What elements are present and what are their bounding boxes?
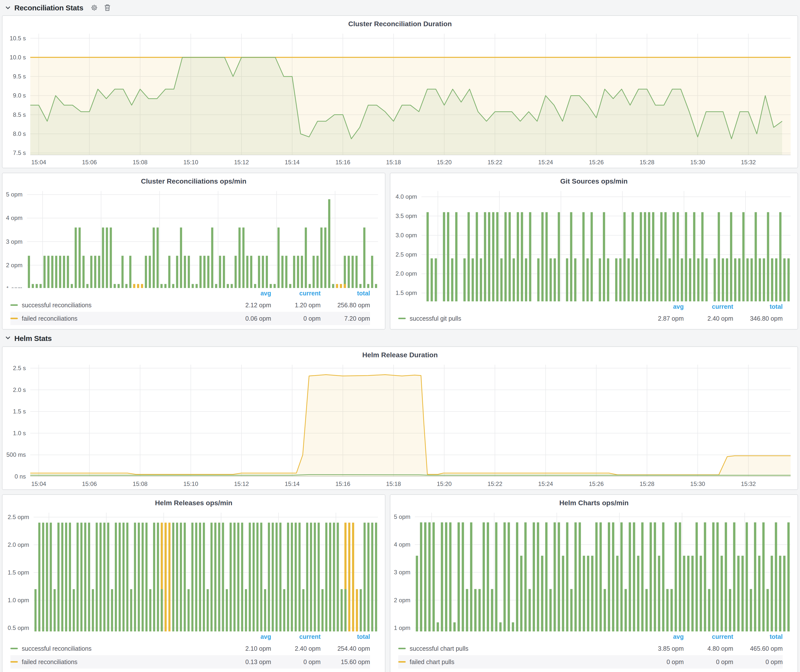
svg-text:5 opm: 5 opm <box>394 514 410 520</box>
legend-item[interactable]: successful reconciliations2.10 opm2.40 o… <box>10 642 370 655</box>
series-label[interactable]: successful reconciliations <box>22 302 91 309</box>
legend-col-current[interactable]: current <box>271 633 321 640</box>
svg-text:9.0 s: 9.0 s <box>13 92 26 99</box>
trash-icon[interactable] <box>104 4 111 11</box>
panel-title[interactable]: Helm Releases ops/min <box>2 495 385 508</box>
svg-text:15:06: 15:06 <box>82 159 97 166</box>
series-label[interactable]: failed reconciliations <box>22 658 77 665</box>
svg-text:15:26: 15:26 <box>589 159 603 166</box>
svg-text:2 opm: 2 opm <box>6 262 22 269</box>
chart-svg: 0 ns500 ms1.0 s1.5 s2.0 s2.5 s15:0415:06… <box>2 360 798 490</box>
svg-text:2.0 opm: 2.0 opm <box>8 541 29 548</box>
svg-text:15:14: 15:14 <box>285 159 299 166</box>
legend-col-total[interactable]: total <box>733 303 783 310</box>
series-label[interactable]: successful chart pulls <box>410 645 469 652</box>
cluster-reconciliations-opm-chart[interactable]: 0 opm1 opm2 opm3 opm4 opm5 opm15:0515:10… <box>2 186 385 288</box>
section-title: Helm Stats <box>14 334 52 342</box>
chart-svg: 0 opm1 opm2 opm3 opm4 opm5 opm15:0515:10… <box>390 508 798 631</box>
gear-icon[interactable] <box>91 4 98 11</box>
panel-title[interactable]: Helm Release Duration <box>2 347 798 360</box>
panel-cluster-reconciliation-duration: Cluster Reconciliation Duration 7.5 s8.0… <box>2 15 798 168</box>
svg-text:3 opm: 3 opm <box>394 569 410 576</box>
svg-text:5 opm: 5 opm <box>6 191 22 198</box>
legend: avgcurrenttotalsuccessful reconciliation… <box>2 631 385 672</box>
legend-col-current[interactable]: current <box>684 303 733 310</box>
helm-charts-opm-chart[interactable]: 0 opm1 opm2 opm3 opm4 opm5 opm15:0515:10… <box>390 508 798 631</box>
series-color-dash <box>10 648 18 649</box>
svg-text:15:24: 15:24 <box>538 159 553 166</box>
legend-col-avg[interactable]: avg <box>634 303 684 310</box>
svg-text:15:18: 15:18 <box>386 480 401 487</box>
panel-helm-releases-opm: Helm Releases ops/min 0 opm0.5 opm1.0 op… <box>2 494 386 672</box>
series-label[interactable]: successful git pulls <box>410 315 461 322</box>
svg-text:15:32: 15:32 <box>741 159 756 166</box>
legend-item[interactable]: successful git pulls2.87 opm2.40 opm346.… <box>398 312 783 325</box>
legend-item[interactable]: failed reconciliations0.13 opm0 opm15.60… <box>10 655 370 669</box>
series-label[interactable]: failed reconciliations <box>22 315 77 322</box>
legend-col-avg[interactable]: avg <box>634 633 684 640</box>
svg-text:4 opm: 4 opm <box>6 214 22 221</box>
svg-text:2.5 opm: 2.5 opm <box>395 251 417 258</box>
legend-col-total[interactable]: total <box>321 290 370 297</box>
legend-item[interactable]: successful chart pulls3.85 opm4.80 opm46… <box>398 642 783 655</box>
svg-text:15:30: 15:30 <box>690 480 705 487</box>
chevron-down-icon <box>5 5 11 11</box>
svg-text:8.5 s: 8.5 s <box>13 111 26 118</box>
svg-text:500 ms: 500 ms <box>6 451 26 458</box>
helm-releases-opm-chart[interactable]: 0 opm0.5 opm1.0 opm1.5 opm2.0 opm2.5 opm… <box>2 508 385 631</box>
svg-text:15:20: 15:20 <box>437 159 452 166</box>
legend-avg: 2.10 opm <box>222 645 271 652</box>
legend-item[interactable]: failed chart pulls0 opm0 opm0 opm <box>398 655 783 669</box>
legend-total: 0 opm <box>733 658 783 665</box>
svg-text:15:10: 15:10 <box>183 480 198 487</box>
svg-text:15:28: 15:28 <box>640 480 654 487</box>
svg-text:15:22: 15:22 <box>488 159 502 166</box>
legend-total: 346.80 opm <box>733 315 783 322</box>
svg-text:1.5 opm: 1.5 opm <box>8 569 29 576</box>
legend-header: avgcurrenttotal <box>10 631 370 642</box>
svg-text:15:04: 15:04 <box>31 480 46 487</box>
svg-text:2.0 opm: 2.0 opm <box>395 270 417 277</box>
legend-current: 0 opm <box>271 658 321 665</box>
helm-release-duration-chart[interactable]: 0 ns500 ms1.0 s1.5 s2.0 s2.5 s15:0415:06… <box>2 360 798 490</box>
legend-item[interactable]: failed reconciliations0.06 opm0 opm7.20 … <box>10 312 370 325</box>
legend: avgcurrenttotalsuccessful chart pulls3.8… <box>390 631 798 672</box>
svg-text:1.5 opm: 1.5 opm <box>395 290 417 296</box>
svg-text:15:08: 15:08 <box>133 480 147 487</box>
legend-current: 1.20 opm <box>271 302 321 309</box>
legend-col-total[interactable]: total <box>321 633 370 640</box>
legend-col-avg[interactable]: avg <box>222 290 271 297</box>
legend-col-current[interactable]: current <box>684 633 733 640</box>
legend-avg: 0.13 opm <box>222 658 271 665</box>
svg-text:1 opm: 1 opm <box>6 285 22 288</box>
legend-col-current[interactable]: current <box>271 290 321 297</box>
legend-avg: 2.87 opm <box>634 315 684 322</box>
legend-item[interactable]: successful reconciliations2.12 opm1.20 o… <box>10 298 370 312</box>
chevron-down-icon <box>5 335 11 341</box>
svg-text:1.0 s: 1.0 s <box>13 430 26 437</box>
legend: avgcurrenttotalsuccessful reconciliation… <box>2 288 385 329</box>
row-header-reconciliation-stats[interactable]: Reconciliation Stats <box>0 0 800 15</box>
git-sources-opm-chart[interactable]: 1.0 opm1.5 opm2.0 opm2.5 opm3.0 opm3.5 o… <box>390 186 798 301</box>
legend-col-avg[interactable]: avg <box>222 633 271 640</box>
legend-col-total[interactable]: total <box>733 633 783 640</box>
row-header-helm-stats[interactable]: Helm Stats <box>0 330 800 346</box>
legend-header: avgcurrenttotal <box>10 288 370 298</box>
panel-title[interactable]: Helm Charts ops/min <box>390 495 798 508</box>
svg-text:15:28: 15:28 <box>640 159 654 166</box>
svg-text:15:12: 15:12 <box>234 480 249 487</box>
svg-text:15:16: 15:16 <box>336 480 350 487</box>
series-label[interactable]: failed chart pulls <box>410 658 454 665</box>
svg-text:15:16: 15:16 <box>336 159 350 166</box>
panel-title[interactable]: Cluster Reconciliation Duration <box>2 16 798 29</box>
svg-text:15:22: 15:22 <box>488 480 502 487</box>
legend-current: 0 opm <box>684 658 733 665</box>
cluster-reconciliation-duration-chart[interactable]: 7.5 s8.0 s8.5 s9.0 s9.5 s10.0 s10.5 s15:… <box>2 29 798 168</box>
series-label[interactable]: successful reconciliations <box>22 645 91 652</box>
legend: avgcurrenttotalsuccessful git pulls2.87 … <box>390 301 798 329</box>
panel-title[interactable]: Git Sources ops/min <box>390 173 798 186</box>
svg-text:15:24: 15:24 <box>538 480 553 487</box>
panel-title[interactable]: Cluster Reconciliations ops/min <box>2 173 385 186</box>
svg-text:10.0 s: 10.0 s <box>10 54 26 61</box>
series-color-dash <box>398 648 406 649</box>
